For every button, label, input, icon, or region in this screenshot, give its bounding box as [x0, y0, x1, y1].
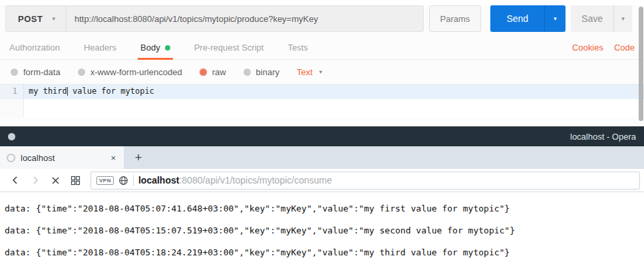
tab-label: Pre-request Script	[194, 43, 264, 53]
raw-type-dropdown[interactable]: Text ▾	[297, 67, 322, 77]
editor-text-after-cursor: value for mytopic	[68, 86, 154, 96]
radio-selected-icon	[200, 68, 207, 76]
window-title: localhost - Opera	[15, 132, 636, 142]
method-label: POST	[18, 14, 43, 24]
close-icon	[51, 176, 60, 185]
save-button[interactable]: Save	[571, 5, 613, 32]
chevron-down-icon: ▾	[52, 15, 55, 22]
tab-tiles-button[interactable]	[67, 172, 84, 189]
tab-label: Authorization	[9, 43, 60, 53]
method-dropdown[interactable]: POST ▾	[6, 6, 67, 31]
tab-pre-request-script[interactable]: Pre-request Script	[194, 36, 264, 60]
tab-authorization[interactable]: Authorization	[9, 36, 60, 60]
vertical-scrollbar[interactable]	[639, 7, 643, 121]
chevron-right-icon	[31, 176, 40, 185]
send-button[interactable]: Send	[490, 5, 544, 32]
radio-binary[interactable]: binary	[243, 67, 279, 77]
code-link[interactable]: Code	[614, 43, 635, 53]
request-bar: POST ▾ Params Send ▾ Save ▾	[5, 5, 632, 32]
vpn-badge[interactable]: VPN	[96, 176, 114, 185]
line-number: 1	[0, 84, 24, 99]
page-content: data: {"time":"2018-08-04T05:07:41.648+0…	[0, 192, 644, 268]
radio-x-www-form-urlencoded[interactable]: x-www-form-urlencoded	[78, 67, 182, 77]
stop-reload-button[interactable]	[47, 172, 64, 189]
send-button-group: Send ▾	[490, 5, 565, 32]
url-field[interactable]: VPN localhost:8080/api/v1/topics/mytopic…	[90, 172, 640, 190]
radio-raw[interactable]: raw	[200, 67, 226, 77]
radio-label: form-data	[23, 67, 61, 77]
chevron-down-icon: ▾	[319, 68, 323, 75]
send-options-button[interactable]: ▾	[544, 5, 565, 32]
tab-body[interactable]: Body	[140, 36, 170, 60]
raw-type-label: Text	[297, 67, 313, 77]
sse-data-line: data: {"time":"2018-08-04T05:07:41.648+0…	[5, 198, 644, 219]
url-group: POST ▾	[5, 5, 424, 32]
radio-icon	[78, 68, 85, 76]
radio-form-data[interactable]: form-data	[11, 67, 61, 77]
editor-text-before-cursor: my third	[29, 86, 67, 96]
radio-label: x-www-form-urlencoded	[90, 67, 182, 77]
body-editor[interactable]: 1 my third value for mytopic	[0, 84, 644, 118]
tab-headers[interactable]: Headers	[84, 36, 116, 60]
postman-panel: POST ▾ Params Send ▾ Save ▾ Authorizatio…	[0, 5, 644, 126]
url-separator	[133, 175, 134, 186]
radio-label: binary	[256, 67, 279, 77]
globe-icon	[118, 176, 128, 186]
params-button[interactable]: Params	[429, 5, 482, 32]
back-button[interactable]	[7, 172, 24, 189]
url-path: :8080/api/v1/topics/mytopic/consume	[179, 175, 332, 186]
request-url-input[interactable]	[67, 6, 423, 31]
sse-data-line: data: {"time":"2018-08-04T05:18:24.219+0…	[5, 241, 644, 263]
request-tabs: Authorization Headers Body Pre-request S…	[0, 36, 644, 60]
tab-label: Body	[140, 43, 160, 53]
editor-gutter: 1	[0, 84, 24, 118]
browser-tab-bar: localhost × +	[0, 146, 644, 169]
url-text: localhost:8080/api/v1/topics/mytopic/con…	[138, 174, 332, 186]
save-button-group: Save ▾	[571, 5, 632, 32]
tab-label: Headers	[84, 43, 116, 53]
forward-button[interactable]	[27, 172, 44, 189]
new-tab-button[interactable]: +	[124, 146, 153, 169]
opera-titlebar[interactable]: localhost - Opera	[0, 126, 644, 146]
close-tab-icon[interactable]: ×	[109, 153, 117, 163]
address-bar: VPN localhost:8080/api/v1/topics/mytopic…	[0, 169, 644, 192]
tab-title: localhost	[21, 153, 104, 163]
tab-tests[interactable]: Tests	[287, 36, 307, 60]
radio-icon	[243, 68, 251, 76]
chevron-down-icon: ▾	[554, 15, 557, 22]
tab-loading-spinner-icon	[7, 154, 15, 162]
body-type-row: form-data x-www-form-urlencoded raw bina…	[0, 60, 644, 84]
chevron-down-icon: ▾	[621, 15, 625, 22]
url-host: localhost	[138, 175, 179, 186]
opera-menu-icon[interactable]	[8, 133, 15, 140]
radio-icon	[11, 68, 18, 76]
radio-label: raw	[212, 67, 226, 77]
green-dot-icon	[165, 45, 170, 51]
grid-tiles-icon	[71, 176, 80, 186]
browser-tab-localhost[interactable]: localhost ×	[0, 146, 124, 169]
gutter-filler	[0, 99, 24, 118]
sse-data-line: data: {"time":"2018-08-04T05:15:07.519+0…	[5, 219, 644, 241]
tab-label: Tests	[287, 43, 307, 53]
editor-active-line[interactable]: my third value for mytopic	[24, 84, 644, 99]
cookies-link[interactable]: Cookies	[572, 43, 603, 53]
save-options-button[interactable]: ▾	[613, 5, 632, 32]
chevron-left-icon	[11, 176, 20, 185]
